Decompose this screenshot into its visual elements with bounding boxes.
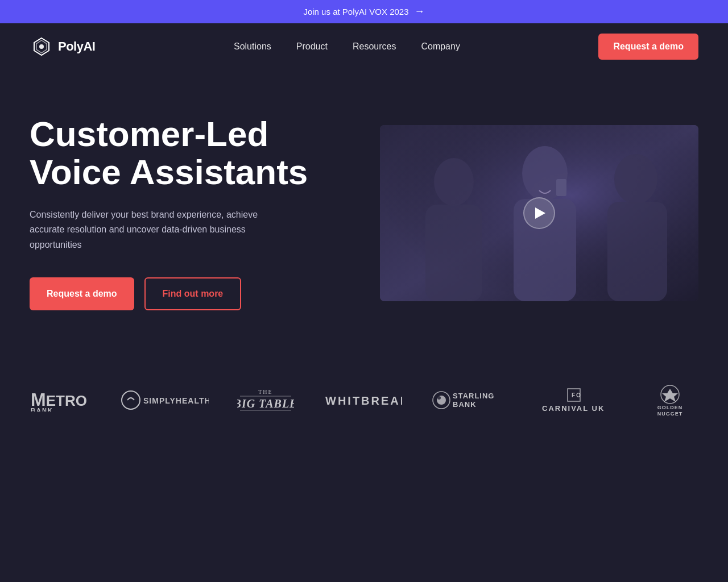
brand-carnival-uk: fo CARNIVAL UK (539, 386, 613, 414)
simplyhealth-logo: Simplyhealth (121, 389, 209, 411)
nav-company[interactable]: Company (421, 41, 460, 52)
svg-text:Starling: Starling (453, 392, 494, 400)
banner-arrow-icon: → (415, 6, 425, 18)
svg-point-3 (434, 158, 474, 206)
nav-resources[interactable]: Resources (353, 41, 396, 52)
main-nav: Solutions Product Resources Company (234, 41, 460, 52)
svg-text:Big Table: Big Table (237, 397, 294, 410)
hero-section: Customer-Led Voice Assistants Consistent… (0, 70, 728, 356)
hero-content: Customer-Led Voice Assistants Consistent… (30, 115, 314, 310)
svg-marker-28 (662, 389, 678, 402)
svg-text:Bank: Bank (453, 400, 477, 409)
hero-video-area (380, 125, 698, 301)
video-play-button[interactable] (523, 197, 555, 229)
brand-big-table: The Big Table (237, 386, 294, 414)
svg-rect-4 (425, 205, 482, 301)
hero-buttons: Request a demo Find out more (30, 277, 314, 310)
top-banner[interactable]: Join us at PolyAI VOX 2023 → (0, 0, 728, 23)
brands-row: METRO BANK Simplyhealth The Big Table (30, 384, 698, 415)
hero-title: Customer-Led Voice Assistants (30, 115, 314, 192)
nav-product[interactable]: Product (296, 41, 328, 52)
logo-text: PolyAI (58, 39, 95, 54)
brand-golden-nugget: GOLDEN NUGGET (642, 384, 698, 415)
play-icon (535, 207, 545, 219)
logo[interactable]: PolyAI (30, 35, 95, 59)
svg-text:WHITBREAD: WHITBREAD (325, 394, 402, 407)
brands-section: METRO BANK Simplyhealth The Big Table (0, 356, 728, 450)
brand-metro-bank: METRO BANK (30, 389, 92, 411)
svg-text:fo: fo (572, 392, 582, 398)
svg-text:NUGGET: NUGGET (657, 411, 683, 415)
svg-text:GOLDEN: GOLDEN (657, 405, 683, 410)
brand-starling-bank: Starling Bank (431, 389, 511, 411)
svg-rect-9 (607, 202, 667, 301)
brand-whitbread: WHITBREAD (322, 389, 402, 411)
banner-text: Join us at PolyAI VOX 2023 (303, 7, 408, 16)
svg-point-21 (437, 396, 441, 400)
polyai-logo-icon (30, 35, 53, 59)
svg-text:Simplyhealth: Simplyhealth (143, 396, 209, 405)
svg-text:The: The (259, 389, 273, 395)
video-player[interactable] (380, 125, 698, 301)
big-table-logo: The Big Table (237, 386, 294, 414)
starling-bank-logo: Starling Bank (431, 389, 511, 411)
carnival-uk-logo: fo CARNIVAL UK (539, 386, 613, 414)
header-request-demo-button[interactable]: Request a demo (598, 34, 698, 60)
svg-point-0 (39, 44, 44, 49)
golden-nugget-logo: GOLDEN NUGGET (642, 384, 698, 415)
svg-point-8 (614, 154, 657, 204)
hero-request-demo-button[interactable]: Request a demo (30, 277, 134, 310)
nav-solutions[interactable]: Solutions (234, 41, 271, 52)
brand-simplyhealth: Simplyhealth (121, 389, 209, 411)
svg-text:BANK: BANK (31, 407, 53, 411)
svg-rect-7 (556, 179, 566, 196)
svg-point-12 (122, 391, 140, 409)
whitbread-logo: WHITBREAD (322, 389, 402, 411)
hero-subtitle: Consistently deliver your best brand exp… (30, 207, 280, 252)
metro-bank-logo: METRO BANK (30, 389, 92, 411)
header: PolyAI Solutions Product Resources Compa… (0, 23, 728, 70)
svg-text:CARNIVAL UK: CARNIVAL UK (542, 404, 605, 413)
hero-find-out-more-button[interactable]: Find out more (144, 277, 242, 310)
